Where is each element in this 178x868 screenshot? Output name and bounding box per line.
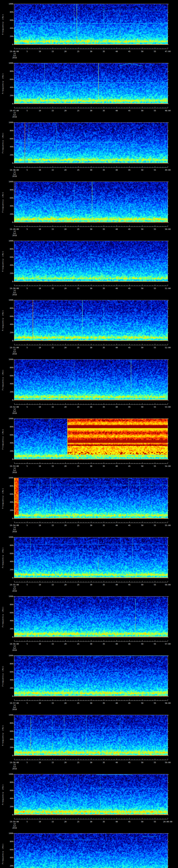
x-tick-minor — [83, 522, 84, 523]
x-tick-minor — [17, 818, 17, 819]
x-tick-minor — [152, 582, 153, 582]
x-tick-label: 5 — [27, 465, 28, 467]
x-tick-minor — [58, 522, 58, 523]
x-tick-major — [40, 758, 40, 760]
x-end-time-label: 48:00 — [165, 110, 171, 112]
x-tick-label: 25 — [77, 110, 79, 112]
y-tick-mark-right — [168, 696, 169, 696]
x-tick-label: 10 — [38, 643, 41, 645]
y-tick-label: 600 — [5, 553, 13, 555]
x-tick-minor — [55, 463, 55, 464]
x-tick-minor — [150, 107, 150, 108]
x-tick-minor — [83, 107, 84, 108]
x-tick-label: 40 — [115, 347, 118, 349]
x-tick-minor — [150, 463, 150, 464]
x-tick-minor — [119, 344, 119, 345]
x-tick-major — [53, 107, 53, 108]
spectrogram-image-6 — [14, 300, 168, 341]
x-tick-major — [53, 166, 53, 167]
x-tick-minor — [58, 641, 58, 641]
x-tick-label: 35 — [102, 702, 105, 704]
spectrogram-image-8 — [14, 419, 168, 459]
x-tick-major — [78, 225, 79, 226]
x-tick-label: 25 — [77, 762, 79, 764]
x-tick-label: 15 — [52, 524, 54, 527]
x-tick-minor — [96, 167, 96, 167]
x-tick-minor — [88, 759, 89, 760]
x-tick-major — [40, 581, 40, 582]
x-tick-major — [78, 818, 79, 819]
x-tick-label: 5 — [27, 228, 28, 230]
x-tick-major — [91, 699, 91, 701]
x-tick-minor — [58, 344, 58, 345]
y-tick-mark-right — [168, 182, 169, 182]
x-tick-minor — [88, 463, 89, 464]
y-tick-mark-right — [168, 376, 169, 376]
x-tick-minor — [50, 582, 50, 582]
x-tick-major — [53, 522, 53, 523]
x-tick-label: 50 — [141, 584, 143, 586]
x-tick-minor — [96, 818, 96, 819]
x-tick-minor — [50, 167, 50, 167]
x-tick-major — [27, 107, 27, 108]
x-tick-major — [155, 48, 155, 49]
date-line-3: 2016 — [12, 175, 17, 178]
x-tick-major — [27, 403, 27, 404]
date-line-3: 2016 — [12, 412, 17, 414]
x-tick-major — [40, 284, 40, 286]
x-tick-label: 45 — [128, 524, 130, 527]
y-tick-mark-right — [168, 739, 169, 740]
y-axis-label: Frequency (Hz) — [2, 665, 4, 687]
spectrogram-panel-10: Frequency (Hz)0200400600800100019:55:005… — [0, 533, 178, 592]
x-tick-label: 40 — [115, 762, 118, 764]
x-tick-minor — [19, 167, 20, 167]
x-tick-label: 50 — [141, 762, 143, 764]
x-tick-label: 20 — [64, 169, 66, 171]
x-tick-minor — [93, 641, 94, 641]
y-tick-label: 400 — [5, 798, 13, 800]
x-tick-minor — [76, 167, 76, 167]
spectrogram-panel-11: Frequency (Hz)0200400600800100019:56:005… — [0, 592, 178, 652]
x-tick-minor — [109, 818, 109, 819]
y-tick-mark-right — [168, 308, 169, 309]
x-tick-minor — [76, 700, 76, 701]
x-tick-minor — [137, 226, 137, 226]
x-tick-minor — [93, 522, 94, 523]
x-tick-minor — [32, 226, 32, 226]
x-tick-minor — [58, 463, 58, 464]
y-tick-mark-right — [168, 20, 169, 21]
x-tick-minor — [50, 641, 50, 641]
x-tick-minor — [37, 522, 37, 523]
y-tick-mark-right — [168, 104, 169, 104]
x-tick-major — [14, 640, 14, 641]
x-tick-label: 20 — [64, 821, 66, 823]
x-tick-label: 35 — [102, 347, 105, 349]
y-tick-label: 400 — [5, 264, 13, 266]
x-tick-minor — [114, 700, 114, 701]
x-tick-minor — [101, 700, 101, 701]
x-tick-minor — [150, 522, 150, 523]
x-tick-minor — [19, 641, 20, 641]
x-tick-minor — [17, 226, 17, 226]
y-tick-mark-right — [168, 621, 169, 621]
x-tick-minor — [96, 700, 96, 701]
y-tick-mark-right — [168, 139, 169, 139]
date-line-3: 2016 — [12, 827, 17, 829]
x-tick-minor — [140, 759, 140, 760]
x-tick-minor — [88, 700, 89, 701]
x-tick-major — [155, 284, 155, 286]
date-line-3: 2016 — [12, 709, 17, 711]
x-tick-minor — [157, 582, 158, 582]
x-tick-minor — [17, 759, 17, 760]
date-line-3: 2016 — [12, 649, 17, 651]
x-tick-major — [27, 225, 27, 226]
x-tick-minor — [140, 641, 140, 641]
x-tick-minor — [101, 107, 101, 108]
x-end-time-label: 51:00 — [165, 287, 171, 289]
spectrogram-image-4 — [14, 182, 168, 222]
y-tick-mark-right — [168, 392, 169, 392]
x-tick-minor — [101, 48, 101, 49]
y-tick-label: 1000 — [5, 655, 13, 657]
spectrogram-panel-6: Frequency (Hz)0200400600800100019:51:005… — [0, 296, 178, 355]
x-tick-label: 40 — [115, 51, 118, 53]
